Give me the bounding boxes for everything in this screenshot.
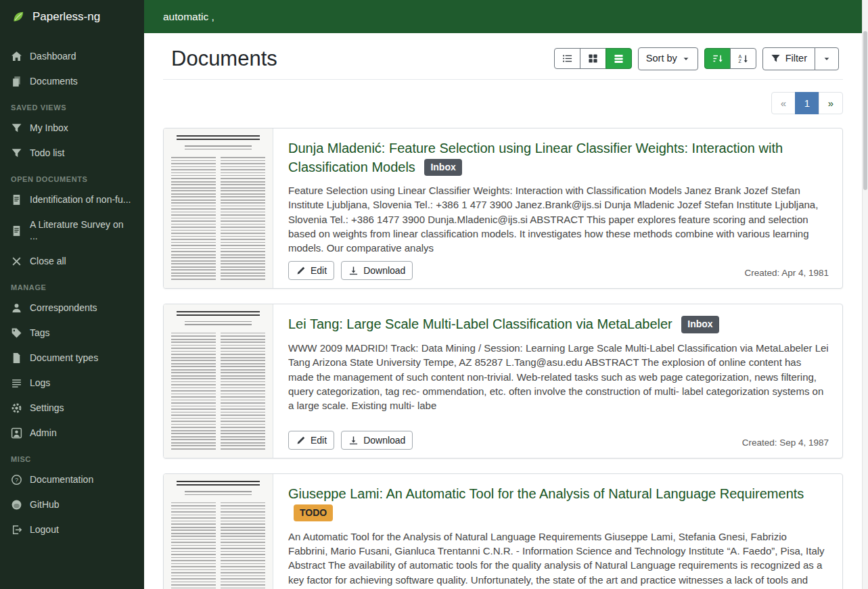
- grid-view-button[interactable]: [580, 48, 606, 69]
- sidebar-item-settings[interactable]: Settings: [0, 396, 144, 421]
- document-card: Giuseppe Lami: An Automatic Tool for the…: [163, 473, 843, 589]
- download-button[interactable]: Download: [341, 261, 413, 281]
- document-thumbnail[interactable]: [164, 474, 273, 589]
- pencil-icon: [296, 266, 306, 276]
- pagination: « 1 »: [771, 92, 843, 114]
- thumbnail-subtitle-lines: [185, 145, 252, 151]
- tag-badge[interactable]: TODO: [294, 504, 333, 521]
- download-button[interactable]: Download: [341, 431, 413, 450]
- document-card: Lei Tang: Large Scale Multi-Label Classi…: [163, 304, 843, 458]
- detail-view-button[interactable]: [606, 48, 632, 69]
- download-icon: [348, 435, 359, 446]
- thumbnail-text-lines: [221, 502, 265, 589]
- thumbnail-text-lines: [221, 157, 265, 281]
- list-view-button[interactable]: [554, 48, 580, 69]
- brand-link[interactable]: Paperless-ng: [0, 0, 144, 33]
- document-title: Giuseppe Lami: An Automatic Tool for the…: [288, 485, 829, 522]
- sidebar-item-label: A Literature Survey on ...: [30, 219, 133, 242]
- sidebar-item-admin[interactable]: Admin: [0, 421, 144, 446]
- sidebar: Paperless-ng Dashboard Documents SAVED V…: [0, 0, 144, 589]
- edit-button[interactable]: Edit: [288, 261, 334, 281]
- sort-direction-group: AZ: [704, 48, 756, 69]
- thumbnail-text-lines: [171, 502, 216, 589]
- thumbnail-text-lines: [171, 157, 216, 281]
- document-thumbnail[interactable]: [164, 304, 273, 458]
- thumbnail-text-lines: [221, 333, 265, 451]
- filter-split-button: Filter: [762, 47, 839, 70]
- download-icon: [348, 266, 359, 276]
- tag-badge[interactable]: Inbox: [681, 316, 718, 333]
- document-excerpt: Feature Selection using Linear Classifie…: [288, 183, 829, 255]
- list-icon: [11, 377, 22, 389]
- close-icon: [11, 256, 22, 267]
- filter-dropdown-toggle[interactable]: [815, 47, 839, 70]
- pagination-page-1[interactable]: 1: [795, 92, 819, 114]
- sidebar-section-saved-views: SAVED VIEWS: [0, 103, 144, 116]
- edit-button[interactable]: Edit: [288, 431, 334, 450]
- github-icon: [11, 499, 22, 511]
- document-title-link[interactable]: Lei Tang: Large Scale Multi-Label Classi…: [288, 316, 672, 331]
- main-content: Documents Sort by: [144, 33, 862, 589]
- sidebar-item-label: Todo list: [30, 147, 64, 159]
- sidebar-item-label: Tags: [30, 327, 50, 339]
- global-search-input[interactable]: [144, 0, 862, 33]
- page-title: Documents: [171, 47, 277, 71]
- thumbnail-text-columns: [171, 333, 265, 451]
- document-title: Dunja Mladenić: Feature Selection using …: [288, 139, 829, 176]
- pagination-next[interactable]: »: [819, 92, 843, 114]
- document-card-body: Lei Tang: Large Scale Multi-Label Classi…: [273, 304, 842, 458]
- sidebar-item-todo-list[interactable]: Todo list: [0, 141, 144, 166]
- document-title-link[interactable]: Giuseppe Lami: An Automatic Tool for the…: [288, 486, 804, 501]
- filter-button[interactable]: Filter: [762, 47, 815, 70]
- document-card: Dunja Mladenić: Feature Selection using …: [163, 128, 843, 289]
- document-excerpt: An Automatic Tool for the Analysis of Na…: [288, 529, 829, 589]
- sidebar-item-document-types[interactable]: Document types: [0, 346, 144, 371]
- sidebar-item-documents[interactable]: Documents: [0, 69, 144, 94]
- sidebar-item-open-doc-1[interactable]: Identification of non-fu...: [0, 187, 144, 212]
- paperless-leaf-icon: [11, 9, 26, 24]
- scrollbar-thumb[interactable]: [863, 31, 867, 190]
- sidebar-item-tags[interactable]: Tags: [0, 321, 144, 346]
- sidebar-item-github[interactable]: GitHub: [0, 492, 144, 517]
- funnel-icon: [11, 147, 22, 159]
- sidebar-item-label: GitHub: [30, 499, 60, 511]
- tag-icon: [11, 327, 22, 339]
- created-date: Created: Apr 4, 1981: [744, 268, 829, 280]
- window-scrollbar[interactable]: [862, 0, 868, 589]
- sidebar-item-my-inbox[interactable]: My Inbox: [0, 116, 144, 141]
- document-title-link[interactable]: Dunja Mladenić: Feature Selection using …: [288, 141, 783, 174]
- document-card-body: Dunja Mladenić: Feature Selection using …: [273, 128, 842, 288]
- sidebar-item-documentation[interactable]: ? Documentation: [0, 467, 144, 492]
- document-thumbnail[interactable]: [164, 128, 273, 288]
- tag-badge[interactable]: Inbox: [424, 159, 461, 176]
- sidebar-item-correspondents[interactable]: Correspondents: [0, 296, 144, 321]
- sort-by-label: Sort by: [646, 53, 677, 64]
- sidebar-item-close-all[interactable]: Close all: [0, 249, 144, 274]
- funnel-icon: [771, 53, 781, 64]
- document-list: Dunja Mladenić: Feature Selection using …: [163, 128, 843, 589]
- thumbnail-text-columns: [171, 157, 265, 281]
- sidebar-section-misc: MISC: [0, 455, 144, 467]
- thumbnail-text-lines: [171, 333, 216, 451]
- sidebar-item-logs[interactable]: Logs: [0, 371, 144, 396]
- filter-label: Filter: [785, 53, 807, 64]
- sidebar-item-dashboard[interactable]: Dashboard: [0, 44, 144, 69]
- sidebar-item-label: My Inbox: [30, 122, 68, 134]
- document-card-footer: Edit Download Created: Apr 4, 1981: [288, 261, 829, 281]
- sidebar-item-label: Documentation: [30, 474, 93, 486]
- sidebar-item-open-doc-2[interactable]: A Literature Survey on ...: [0, 212, 144, 249]
- person-square-icon: [11, 427, 22, 439]
- pagination-row: « 1 »: [163, 92, 843, 114]
- sidebar-item-label: Dashboard: [30, 51, 76, 62]
- page-header: Documents Sort by: [163, 45, 843, 80]
- sidebar-item-label: Admin: [30, 427, 57, 439]
- pagination-previous[interactable]: «: [771, 92, 796, 114]
- sidebar-item-label: Correspondents: [30, 302, 97, 314]
- sidebar-item-label: Settings: [30, 402, 64, 414]
- funnel-icon: [11, 122, 22, 134]
- sidebar-item-logout[interactable]: Logout: [0, 517, 144, 542]
- house-icon: [11, 51, 22, 62]
- sort-alphabetical-button[interactable]: AZ: [730, 48, 756, 69]
- sort-by-button[interactable]: Sort by: [638, 47, 698, 70]
- sort-descending-button[interactable]: [704, 48, 731, 69]
